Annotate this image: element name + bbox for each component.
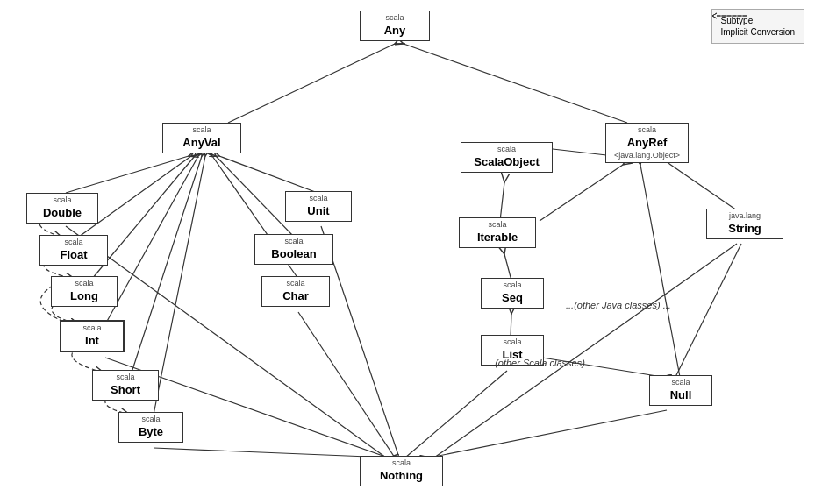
node-float-name: Float bbox=[46, 248, 102, 263]
node-any-pkg: scala bbox=[366, 13, 424, 24]
other-java-classes: ...(other Java classes) ... bbox=[566, 300, 671, 310]
node-unit-name: Unit bbox=[291, 204, 346, 219]
node-long[interactable]: scala Long bbox=[51, 276, 118, 307]
node-char-pkg: scala bbox=[268, 279, 324, 289]
node-scalaobject[interactable]: scala ScalaObject bbox=[461, 142, 553, 173]
node-int[interactable]: scala Int bbox=[60, 320, 125, 352]
node-anyref-sub: <java.lang.Object> bbox=[611, 151, 683, 161]
node-unit[interactable]: scala Unit bbox=[285, 191, 352, 222]
node-any[interactable]: scala Any bbox=[360, 11, 430, 41]
node-char-name: Char bbox=[268, 289, 324, 304]
legend: Subtype Implicit Conversion bbox=[711, 9, 804, 44]
node-int-pkg: scala bbox=[67, 323, 118, 334]
node-iterable-pkg: scala bbox=[465, 220, 530, 231]
svg-line-25 bbox=[430, 410, 667, 458]
node-seq-pkg: scala bbox=[487, 280, 538, 291]
diagram-container: scala Any scala AnyVal scala AnyRef <jav… bbox=[0, 0, 822, 504]
other-scala-classes: ...(other Scala classes) .. bbox=[487, 358, 593, 368]
node-anyval[interactable]: scala AnyVal bbox=[162, 123, 241, 153]
svg-line-15 bbox=[640, 165, 680, 377]
node-boolean-name: Boolean bbox=[261, 247, 327, 262]
node-null-name: Null bbox=[655, 388, 706, 403]
node-scalaobject-pkg: scala bbox=[467, 145, 547, 155]
node-anyval-name: AnyVal bbox=[168, 136, 235, 151]
svg-line-7 bbox=[132, 156, 202, 373]
svg-line-1 bbox=[228, 44, 395, 123]
svg-line-17 bbox=[511, 314, 511, 337]
node-long-pkg: scala bbox=[57, 279, 111, 289]
node-double-name: Double bbox=[32, 206, 92, 221]
node-short[interactable]: scala Short bbox=[92, 370, 159, 401]
node-anyval-pkg: scala bbox=[168, 125, 235, 136]
node-byte-name: Byte bbox=[125, 425, 177, 440]
svg-line-8 bbox=[154, 156, 205, 415]
svg-line-10 bbox=[216, 156, 294, 237]
node-int-name: Int bbox=[67, 334, 118, 349]
node-null[interactable]: scala Null bbox=[649, 375, 712, 406]
svg-line-22 bbox=[298, 312, 395, 458]
node-null-pkg: scala bbox=[655, 378, 706, 388]
node-long-name: Long bbox=[57, 289, 111, 304]
node-nothing-pkg: scala bbox=[366, 458, 437, 469]
node-anyref[interactable]: scala AnyRef <java.lang.Object> bbox=[605, 123, 689, 163]
node-byte-pkg: scala bbox=[125, 415, 177, 425]
node-anyref-name: AnyRef bbox=[611, 136, 683, 151]
svg-line-13 bbox=[540, 165, 623, 221]
svg-line-16 bbox=[504, 254, 511, 280]
svg-line-6 bbox=[105, 156, 198, 324]
node-unit-pkg: scala bbox=[291, 194, 346, 204]
node-scalaobject-name: ScalaObject bbox=[467, 155, 547, 170]
node-any-name: Any bbox=[366, 24, 424, 39]
node-float-pkg: scala bbox=[46, 238, 102, 248]
svg-line-24 bbox=[405, 371, 507, 458]
node-seq[interactable]: scala Seq bbox=[481, 278, 544, 309]
svg-line-3 bbox=[66, 156, 189, 193]
node-double-pkg: scala bbox=[32, 195, 92, 206]
svg-line-26 bbox=[434, 244, 737, 458]
node-nothing[interactable]: scala Nothing bbox=[360, 456, 443, 486]
node-short-pkg: scala bbox=[98, 373, 153, 383]
node-list-pkg: scala bbox=[487, 337, 538, 348]
node-char[interactable]: scala Char bbox=[261, 276, 330, 307]
node-byte[interactable]: scala Byte bbox=[118, 412, 183, 443]
node-nothing-name: Nothing bbox=[366, 469, 437, 484]
node-short-name: Short bbox=[98, 383, 153, 398]
svg-line-18 bbox=[500, 182, 504, 221]
legend-implicit: Implicit Conversion bbox=[721, 27, 795, 37]
node-float[interactable]: scala Float bbox=[39, 235, 108, 266]
node-boolean-pkg: scala bbox=[261, 237, 327, 247]
node-iterable-name: Iterable bbox=[465, 231, 530, 245]
node-iterable[interactable]: scala Iterable bbox=[459, 217, 536, 248]
svg-line-21 bbox=[154, 448, 390, 458]
svg-line-2 bbox=[404, 44, 627, 123]
node-seq-name: Seq bbox=[487, 291, 538, 306]
node-anyref-pkg: scala bbox=[611, 125, 683, 136]
node-double[interactable]: scala Double bbox=[26, 193, 98, 224]
node-boolean[interactable]: scala Boolean bbox=[254, 234, 333, 265]
